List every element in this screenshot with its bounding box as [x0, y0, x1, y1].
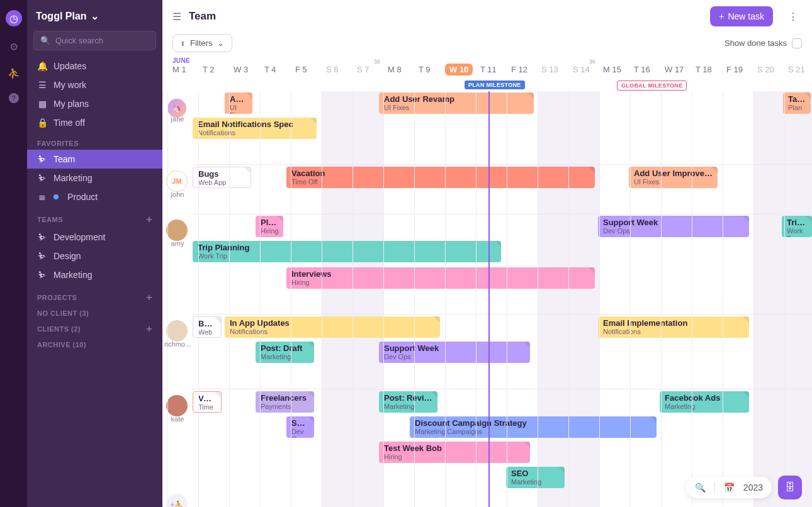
year-label[interactable]: 2023 [743, 482, 763, 493]
nav-updates[interactable]: 🔔Updates [27, 57, 162, 75]
day-column[interactable]: S 20 [757, 65, 774, 74]
new-task-button[interactable]: +New task [710, 6, 773, 26]
filters-button[interactable]: ⫾ Filters ⌄ [172, 34, 232, 52]
task-card[interactable]: Test Week BobHiring [379, 442, 530, 463]
day-column[interactable]: F 5 [295, 65, 307, 74]
grid-line [599, 91, 600, 507]
archive-button[interactable]: 🗄 [778, 476, 802, 499]
task-card[interactable]: Discount Campaign StrategyMarketing Camp… [410, 416, 657, 438]
task-card[interactable]: InterviewsHiring [286, 267, 595, 289]
task-card[interactable]: Facebook AdsMarketing [660, 391, 749, 413]
today-indicator [488, 91, 490, 507]
add-project-icon[interactable]: + [146, 292, 152, 303]
menu-icon[interactable]: ☰ [172, 11, 181, 23]
add-client-icon[interactable]: + [146, 323, 152, 335]
team-icon: ⛷ [37, 154, 47, 164]
add-team-icon[interactable]: + [146, 214, 152, 225]
day-column[interactable]: F 19 [726, 65, 743, 74]
task-card[interactable]: Trip PlanningWork Trip [193, 241, 501, 262]
workspace-switcher[interactable]: Toggl Plan ⌄ [27, 0, 162, 28]
task-card[interactable]: In App UpdatesNotifications [225, 316, 440, 338]
dot-icon [54, 194, 59, 199]
team-icon: ⛷ [37, 251, 47, 261]
heading-clients[interactable]: CLIENTS (2)+ [27, 320, 162, 337]
help-icon[interactable]: ? [9, 93, 19, 103]
avatar-richmond[interactable] [166, 320, 188, 342]
fav-marketing[interactable]: ⛷Marketing [27, 169, 162, 187]
day-column[interactable]: S 7 [357, 65, 369, 74]
day-column[interactable]: T 11 [480, 65, 497, 74]
team-design[interactable]: ⛷Design [27, 247, 162, 265]
task-card[interactable]: Add User ImprovementUI Fixes [629, 167, 718, 188]
more-menu-icon[interactable]: ⋮ [784, 8, 802, 25]
days-header: M 1T 2W 3T 4F 5S 6S 7M 8T 9W 10T 11F 12S… [162, 65, 812, 79]
day-column[interactable]: T 16 [634, 65, 650, 74]
zoom-year-pill: 🔍 📅 2023 [686, 477, 772, 498]
task-card[interactable]: BugsWeb App [193, 167, 251, 188]
heading-noclient[interactable]: NO CLIENT (3) [27, 306, 162, 320]
app-logo-icon[interactable]: ◷ [6, 10, 22, 26]
grid-line [445, 91, 446, 507]
task-card[interactable]: Post: ReviewMarketing [379, 391, 437, 413]
page-title: Team [189, 10, 216, 23]
day-column[interactable]: S 21 [788, 65, 805, 74]
task-card[interactable]: Task nPlan [783, 92, 811, 114]
task-card[interactable]: FreelancersPayments [256, 391, 314, 413]
day-column[interactable]: T 9 [419, 65, 431, 74]
workspace-title: Toggl Plan [36, 11, 87, 22]
task-card[interactable]: Post: DraftMarketing [256, 342, 314, 363]
day-column[interactable]: T 18 [696, 65, 712, 74]
settings-icon[interactable]: ⚙ [8, 40, 20, 53]
fav-team[interactable]: ⛷Team [27, 150, 162, 169]
day-column[interactable]: M 15 [603, 65, 621, 74]
day-column[interactable]: S 13 [541, 65, 558, 74]
search-input[interactable]: 🔍 Quick search [33, 31, 156, 50]
day-column[interactable]: W 17 [665, 65, 684, 74]
task-card[interactable]: SEOMarketing [506, 467, 565, 488]
grid-line [322, 91, 322, 507]
task-card[interactable]: Trip PWork Tr [782, 216, 812, 237]
nav-myplans[interactable]: ▦My plans [27, 94, 162, 113]
day-column[interactable]: M 1 [172, 65, 186, 74]
avatar-kate[interactable] [166, 395, 188, 416]
lock-icon: 🔒 [37, 118, 47, 128]
task-card[interactable]: Support WeekDev Ops [379, 342, 530, 363]
day-column[interactable]: S 14 [573, 65, 590, 74]
zoom-icon[interactable]: 🔍 [695, 482, 706, 493]
people-icon[interactable]: ⛹ [8, 67, 20, 79]
day-column[interactable]: W 3 [234, 65, 248, 74]
heading-archive[interactable]: ARCHIVE (10) [27, 337, 162, 351]
day-column[interactable]: M 8 [388, 65, 402, 74]
avatar-john[interactable]: JM [166, 170, 188, 192]
avatar-amy[interactable] [166, 220, 188, 241]
task-card[interactable]: BugsWeb Ap [193, 316, 222, 338]
filter-icon: ⫾ [181, 38, 185, 48]
chevron-down-icon: ⌄ [91, 10, 99, 22]
task-card[interactable]: VacatiTime Of [193, 391, 222, 413]
task-card[interactable]: Email ImplementationNotifications [598, 316, 749, 338]
task-card[interactable]: Add User RevampUI Fixes [379, 92, 534, 114]
fav-product[interactable]: ≣Product [27, 187, 162, 206]
day-column[interactable]: T 4 [264, 65, 276, 74]
global-milestone-badge[interactable]: GLOBAL MILESTONE [617, 81, 687, 91]
day-column[interactable]: W 10 [445, 64, 473, 75]
nav-timeoff[interactable]: 🔒Time off [27, 113, 162, 132]
day-column[interactable]: T 2 [203, 65, 215, 74]
grid-line [692, 91, 692, 507]
checkbox-icon[interactable] [792, 38, 802, 48]
day-column[interactable]: F 12 [511, 65, 527, 74]
show-done-toggle[interactable]: Show done tasks [725, 38, 802, 48]
grid-line [291, 91, 291, 507]
nav-mywork[interactable]: ☰My work [27, 75, 162, 94]
calendar-icon[interactable]: 📅 [724, 482, 735, 493]
task-card[interactable]: VacationTime Off [286, 167, 595, 188]
team-development[interactable]: ⛷Development [27, 228, 162, 247]
task-card[interactable]: Email Notifications SpecNotifications [193, 118, 317, 139]
row-divider [193, 164, 812, 165]
day-column[interactable]: S 6 [326, 65, 339, 74]
topbar: ☰ Team +New task ⋮ [162, 0, 812, 31]
timeline: JUNE M 1T 2W 3T 4F 5S 6S 7M 8T 9W 10T 11… [162, 57, 812, 507]
task-card[interactable]: Support WeekDev Ops [598, 216, 749, 237]
team-marketing[interactable]: ⛷Marketing [27, 265, 162, 284]
plan-milestone-badge[interactable]: PLAN MILESTONE [465, 81, 525, 89]
